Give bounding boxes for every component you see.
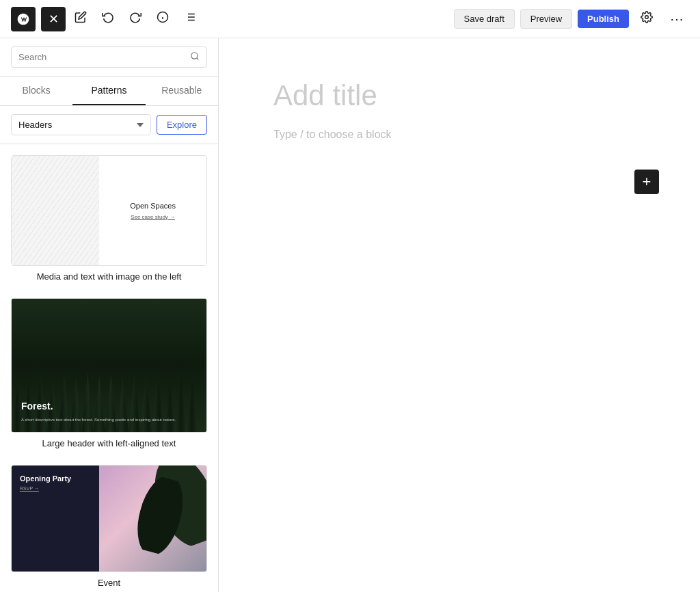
more-options-button[interactable]: ⋯	[664, 7, 689, 31]
pattern-forest-text: Forest. A short descriptive text about t…	[21, 401, 197, 422]
toolbar: ✕ Save draft Preview	[0, 0, 700, 38]
search-box	[11, 46, 207, 68]
editor-area: Add title Type / to choose a block +	[219, 38, 700, 592]
pattern-label-media-text: Media and text with image on the left	[11, 271, 207, 282]
tab-blocks[interactable]: Blocks	[0, 77, 72, 105]
sidebar-pattern-list: Open Spaces See case study → Media and t…	[0, 144, 218, 592]
plus-icon: +	[643, 174, 651, 189]
tab-patterns[interactable]: Patterns	[72, 77, 145, 105]
add-block-button[interactable]: +	[634, 170, 659, 194]
gear-icon	[641, 11, 653, 27]
sidebar: Blocks Patterns Reusable Headers Buttons…	[0, 38, 219, 592]
list-icon	[184, 11, 196, 27]
toolbar-right: Save draft Preview Publish ⋯	[454, 7, 689, 31]
pattern-event-right	[99, 466, 206, 571]
pattern-preview-link: See case study →	[131, 214, 175, 220]
pattern-image-left	[12, 156, 99, 265]
block-placeholder[interactable]: Type / to choose a block	[273, 129, 645, 141]
pattern-event-left: Opening Party RSVP →	[12, 466, 99, 571]
pattern-preview-title: Open Spaces	[130, 202, 176, 210]
list-view-button[interactable]	[178, 7, 202, 31]
pattern-event-rsvp: RSVP →	[20, 486, 91, 491]
publish-button[interactable]: Publish	[578, 10, 629, 28]
pattern-label-large-header: Large header with left-aligned text	[11, 438, 207, 448]
pencil-icon	[75, 11, 87, 27]
preview-button[interactable]: Preview	[520, 9, 572, 29]
pattern-visual-3: Opening Party RSVP →	[12, 466, 206, 571]
save-draft-button[interactable]: Save draft	[454, 9, 515, 29]
editor-content: Add title Type / to choose a block +	[219, 38, 700, 592]
tab-reusable[interactable]: Reusable	[146, 77, 218, 105]
pattern-label-event: Event	[11, 578, 207, 588]
pattern-preview-large-header: Forest. A short descriptive text about t…	[11, 298, 207, 433]
pattern-event-title: Opening Party	[20, 474, 91, 483]
pattern-forest-body: A short descriptive text about the fores…	[21, 417, 197, 422]
pattern-visual-2: Forest. A short descriptive text about t…	[12, 299, 206, 432]
pattern-card-large-header[interactable]: Forest. A short descriptive text about t…	[11, 298, 207, 448]
undo-icon	[102, 11, 114, 27]
redo-button[interactable]	[123, 7, 148, 31]
info-icon	[157, 11, 169, 27]
svg-point-9	[645, 16, 649, 19]
search-input[interactable]	[18, 52, 190, 62]
sidebar-filter-row: Headers Buttons Text Gallery Media Explo…	[0, 106, 218, 144]
search-icon	[190, 51, 200, 63]
toolbar-left: ✕	[11, 7, 202, 31]
pattern-text-right: Open Spaces See case study →	[99, 156, 206, 265]
pattern-preview-event: Opening Party RSVP →	[11, 465, 207, 572]
undo-button[interactable]	[96, 7, 120, 31]
info-button[interactable]	[150, 7, 175, 31]
sidebar-search-area	[0, 38, 218, 77]
pattern-card-media-text[interactable]: Open Spaces See case study → Media and t…	[11, 155, 207, 282]
title-input[interactable]: Add title	[273, 79, 645, 112]
ellipsis-icon: ⋯	[670, 11, 684, 27]
pattern-card-event[interactable]: Opening Party RSVP → Event	[11, 465, 207, 588]
sidebar-tabs: Blocks Patterns Reusable	[0, 77, 218, 106]
redo-icon	[129, 11, 142, 27]
category-filter-select[interactable]: Headers Buttons Text Gallery Media	[11, 114, 151, 135]
pattern-preview-media-text: Open Spaces See case study →	[11, 155, 207, 266]
pattern-forest-heading: Forest.	[21, 401, 197, 412]
explore-button[interactable]: Explore	[157, 115, 207, 135]
wordpress-logo[interactable]	[11, 7, 36, 31]
main-area: Blocks Patterns Reusable Headers Buttons…	[0, 38, 700, 592]
settings-button[interactable]	[634, 7, 659, 31]
svg-point-10	[191, 53, 198, 59]
svg-line-11	[197, 58, 199, 60]
pencil-icon-button[interactable]	[68, 7, 93, 31]
close-button[interactable]: ✕	[41, 7, 66, 31]
pattern-visual-1: Open Spaces See case study →	[12, 156, 206, 265]
